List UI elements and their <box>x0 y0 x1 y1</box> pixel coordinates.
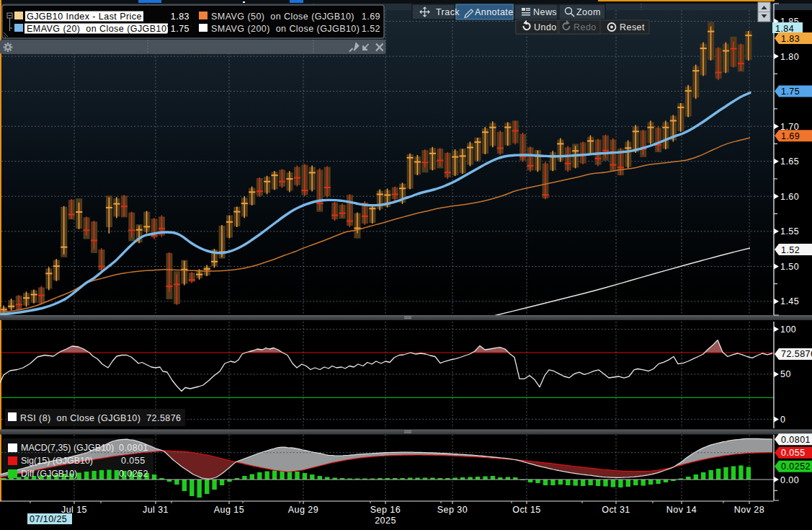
svg-text:1.52: 1.52 <box>362 24 380 34</box>
svg-text:1.75: 1.75 <box>781 87 800 97</box>
svg-text:Zoom: Zoom <box>576 7 601 17</box>
svg-text:Oct 15: Oct 15 <box>512 505 541 515</box>
svg-text:1.69: 1.69 <box>362 12 380 22</box>
svg-text:72.5876: 72.5876 <box>781 349 812 359</box>
svg-text:Aug 29: Aug 29 <box>288 505 318 515</box>
svg-text:SMAVG (200) on Close (GJGB10): SMAVG (200) on Close (GJGB10) <box>211 24 360 34</box>
svg-text:1.84: 1.84 <box>775 24 794 34</box>
svg-text:Diff (GJGB10): Diff (GJGB10) <box>21 469 77 479</box>
svg-text:Track: Track <box>436 7 460 17</box>
svg-text:1.45: 1.45 <box>780 296 799 306</box>
svg-text:1.50: 1.50 <box>780 262 799 272</box>
svg-text:1.83: 1.83 <box>781 34 800 44</box>
svg-text:1.52: 1.52 <box>781 245 800 255</box>
svg-text:Redo: Redo <box>574 22 597 32</box>
svg-text:Aug 15: Aug 15 <box>214 505 244 515</box>
svg-text:0.00: 0.00 <box>780 475 799 485</box>
svg-text:0: 0 <box>780 415 785 425</box>
svg-text:0.0252: 0.0252 <box>781 461 811 472</box>
svg-text:Jul 31: Jul 31 <box>143 505 169 515</box>
svg-text:Nov 28: Nov 28 <box>734 505 764 515</box>
svg-text:50: 50 <box>780 369 791 379</box>
svg-text:Reset: Reset <box>620 22 645 32</box>
svg-text:Sig(15) (GJGB10): Sig(15) (GJGB10) <box>21 456 93 466</box>
svg-text:Sep 30: Sep 30 <box>437 505 468 515</box>
svg-text:07/10/25: 07/10/25 <box>30 514 67 524</box>
svg-text:1.69: 1.69 <box>781 131 800 141</box>
svg-text:Sep 16: Sep 16 <box>370 505 401 515</box>
svg-text:Undo: Undo <box>534 22 557 32</box>
svg-text:1.80: 1.80 <box>780 52 799 62</box>
svg-text:0.0801: 0.0801 <box>119 443 148 453</box>
svg-text:0.0252: 0.0252 <box>119 469 148 479</box>
svg-text:SMAVG (50) on Close (GJGB10): SMAVG (50) on Close (GJGB10) <box>211 12 354 22</box>
svg-text:Jul 15: Jul 15 <box>61 505 87 515</box>
svg-text:0.055: 0.055 <box>781 448 806 458</box>
svg-text:0.0801: 0.0801 <box>781 435 811 445</box>
svg-text:1.83: 1.83 <box>171 12 189 22</box>
svg-text:News: News <box>533 7 557 17</box>
svg-text:Nov 14: Nov 14 <box>666 505 697 515</box>
svg-text:1.65: 1.65 <box>780 156 799 167</box>
svg-text:1.55: 1.55 <box>780 226 799 237</box>
svg-text:GJGB10 Index - Last Price: GJGB10 Index - Last Price <box>27 12 142 22</box>
svg-text:Annotate: Annotate <box>475 7 514 17</box>
svg-text:Oct 31: Oct 31 <box>602 505 630 515</box>
svg-text:1.75: 1.75 <box>171 24 189 34</box>
svg-text:EMAVG (20) on Close (GJGB10): EMAVG (20) on Close (GJGB10) <box>27 24 170 34</box>
svg-text:1.60: 1.60 <box>780 192 799 202</box>
svg-text:MACD(7,35) (GJGB10): MACD(7,35) (GJGB10) <box>21 443 114 453</box>
svg-text:RSI (8) on Close (GJGB10) 72: RSI (8) on Close (GJGB10) 72.5876 <box>20 413 181 423</box>
svg-text:0.055: 0.055 <box>121 456 146 466</box>
svg-text:2025: 2025 <box>375 516 396 526</box>
svg-text:100: 100 <box>780 324 796 335</box>
